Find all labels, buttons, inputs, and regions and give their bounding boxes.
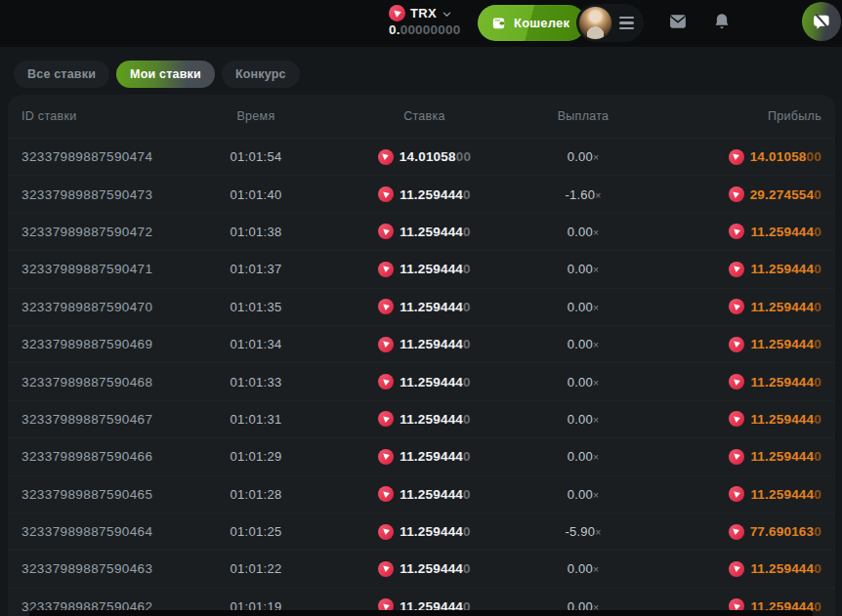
user-menu[interactable] bbox=[576, 4, 644, 42]
profit-amount-trailing: 0 bbox=[814, 487, 821, 502]
bet-amount-trailing: 00 bbox=[456, 149, 471, 164]
horizontal-scrollbar[interactable] bbox=[29, 610, 813, 616]
bet-amount-cell: 11.2594440 bbox=[315, 524, 534, 540]
table-row[interactable]: 32337989887590472 01:01:38 11.2594440 0.… bbox=[8, 213, 835, 250]
profit-amount: 11.259444 bbox=[750, 449, 814, 464]
profit-amount-trailing: 0 bbox=[814, 262, 821, 276]
table-row[interactable]: 32337989887590471 01:01:37 11.2594440 0.… bbox=[8, 250, 835, 287]
profit-amount-trailing: 0 bbox=[814, 412, 821, 427]
table-row[interactable]: 32337989887590464 01:01:25 11.2594440 -5… bbox=[8, 513, 835, 550]
table-row[interactable]: 32337989887590469 01:01:34 11.2594440 0.… bbox=[8, 325, 835, 362]
bet-id: 32337989887590473 bbox=[21, 187, 197, 202]
table-row[interactable]: 32337989887590463 01:01:22 11.2594440 0.… bbox=[8, 550, 835, 587]
profit-amount-trailing: 0 bbox=[814, 187, 821, 202]
tab-my-bets[interactable]: Мои ставки bbox=[116, 61, 215, 88]
bet-id: 32337989887590463 bbox=[21, 561, 197, 576]
hamburger-icon[interactable] bbox=[619, 17, 634, 29]
table-row[interactable]: 32337989887590470 01:01:35 11.2594440 0.… bbox=[8, 288, 835, 325]
payout-multiplier-suffix: × bbox=[593, 339, 599, 350]
trx-coin-icon bbox=[378, 149, 394, 165]
mail-icon bbox=[668, 12, 688, 31]
payout-cell: 0.00× bbox=[534, 561, 632, 576]
trx-coin-icon bbox=[729, 224, 744, 239]
wallet-icon bbox=[490, 15, 507, 31]
bet-amount-cell: 11.2594440 bbox=[315, 299, 534, 314]
trx-coin-icon bbox=[729, 186, 744, 202]
profit-amount-trailing: 00 bbox=[807, 149, 821, 164]
payout-multiplier: 0.00 bbox=[568, 337, 593, 351]
trx-coin-icon bbox=[729, 374, 744, 390]
table-row[interactable]: 32337989887590465 01:01:28 11.2594440 0.… bbox=[8, 475, 835, 513]
table-row[interactable]: 32337989887590474 01:01:54 14.0105800 0.… bbox=[8, 138, 835, 175]
payout-multiplier: -1.60 bbox=[566, 187, 596, 202]
bet-amount-trailing: 0 bbox=[463, 337, 471, 351]
payout-cell: 0.00× bbox=[534, 412, 632, 427]
profit-cell: 11.2594440 bbox=[632, 411, 821, 427]
payout-multiplier-suffix: × bbox=[593, 414, 599, 426]
bet-id: 32337989887590469 bbox=[21, 337, 197, 351]
payout-cell: 0.00× bbox=[534, 449, 632, 464]
notifications-button[interactable] bbox=[712, 12, 732, 34]
profit-amount: 11.259444 bbox=[750, 561, 814, 576]
table-header-row: ID ставки Время Ставка Выплата Прибыль bbox=[8, 95, 835, 138]
wallet-button[interactable]: Кошелек bbox=[478, 5, 586, 41]
bet-id: 32337989887590474 bbox=[21, 149, 197, 164]
payout-multiplier-suffix: × bbox=[593, 226, 599, 238]
tab-contest[interactable]: Конкурс bbox=[222, 61, 300, 88]
trx-coin-icon bbox=[378, 374, 394, 390]
chevron-down-icon bbox=[442, 9, 452, 20]
table-row[interactable]: 32337989887590473 01:01:40 11.2594440 -1… bbox=[8, 175, 835, 212]
wallet-button-label: Кошелек bbox=[514, 16, 569, 30]
bet-time: 01:01:28 bbox=[197, 487, 315, 502]
profit-amount: 11.259444 bbox=[750, 300, 814, 314]
profit-amount-trailing: 0 bbox=[814, 300, 821, 314]
mail-button[interactable] bbox=[668, 12, 688, 34]
profit-amount: 11.259444 bbox=[750, 375, 814, 390]
top-bar: TRX 0.00000000 Кошелек bbox=[0, 0, 842, 47]
currency-selector[interactable]: TRX 0.00000000 bbox=[389, 5, 460, 37]
table-row[interactable]: 32337989887590466 01:01:29 11.2594440 0.… bbox=[8, 437, 835, 474]
bet-time: 01:01:38 bbox=[197, 225, 315, 239]
bet-amount-trailing: 0 bbox=[463, 561, 471, 576]
bet-time: 01:01:54 bbox=[197, 149, 315, 164]
profit-cell: 11.2594440 bbox=[632, 262, 821, 277]
payout-multiplier: 0.00 bbox=[568, 412, 593, 427]
trx-coin-icon bbox=[389, 5, 405, 21]
avatar[interactable] bbox=[579, 7, 611, 39]
profit-cell: 11.2594440 bbox=[632, 337, 821, 352]
column-header-bet-id: ID ставки bbox=[21, 109, 197, 123]
bet-amount-cell: 11.2594440 bbox=[315, 262, 534, 277]
payout-multiplier: 0.00 bbox=[568, 487, 593, 502]
payout-multiplier-suffix: × bbox=[593, 489, 599, 501]
trx-coin-icon bbox=[378, 561, 394, 577]
table-row[interactable]: 32337989887590468 01:01:33 11.2594440 0.… bbox=[8, 362, 835, 399]
payout-cell: 0.00× bbox=[534, 337, 632, 351]
bet-amount-cell: 11.2594440 bbox=[315, 486, 534, 502]
bet-amount-trailing: 0 bbox=[463, 300, 471, 314]
profit-amount: 11.259444 bbox=[750, 412, 814, 427]
bet-amount: 11.259444 bbox=[400, 187, 463, 202]
payout-multiplier-suffix: × bbox=[595, 189, 601, 201]
bet-amount: 14.01058 bbox=[400, 149, 456, 164]
payout-multiplier: 0.00 bbox=[568, 149, 593, 164]
trx-coin-icon bbox=[729, 337, 744, 352]
bets-tabs: Все ставки Мои ставки Конкурс bbox=[0, 47, 842, 88]
bet-amount-cell: 11.2594440 bbox=[315, 449, 534, 465]
tab-all-bets[interactable]: Все ставки bbox=[14, 61, 109, 88]
payout-multiplier: 0.00 bbox=[568, 262, 593, 276]
trx-coin-icon bbox=[378, 337, 394, 352]
profit-amount: 11.259444 bbox=[750, 337, 814, 351]
profit-amount: 11.259444 bbox=[750, 487, 814, 502]
profit-cell: 11.2594440 bbox=[632, 486, 821, 502]
table-row[interactable]: 32337989887590467 01:01:31 11.2594440 0.… bbox=[8, 400, 835, 437]
trx-coin-icon bbox=[729, 149, 744, 165]
profit-amount-trailing: 0 bbox=[814, 337, 821, 351]
chat-toggle-button[interactable] bbox=[802, 2, 841, 41]
profit-amount-trailing: 0 bbox=[814, 524, 821, 539]
trx-coin-icon bbox=[729, 262, 744, 277]
bet-amount-trailing: 0 bbox=[463, 449, 471, 464]
bet-amount-cell: 11.2594440 bbox=[315, 411, 534, 427]
bet-time: 01:01:35 bbox=[197, 300, 315, 314]
payout-cell: 0.00× bbox=[534, 149, 632, 164]
chat-off-icon bbox=[813, 13, 831, 31]
